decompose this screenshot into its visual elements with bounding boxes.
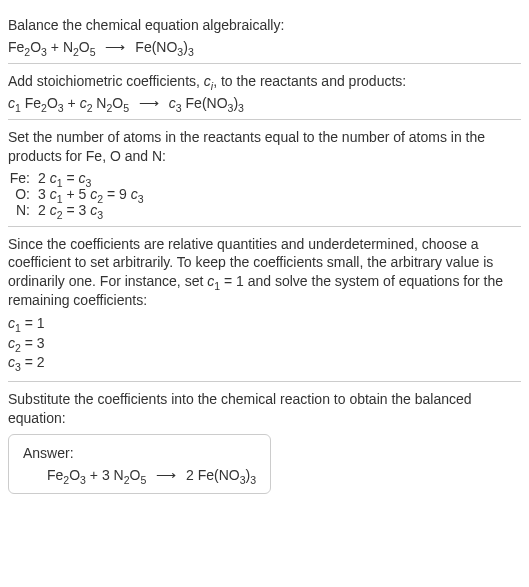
atom-row-o: O: 3 c1 + 5 c2 = 9 c3 — [8, 186, 521, 202]
coefficient-c3: c3 = 2 — [8, 353, 521, 373]
atom-equation: 2 c2 = 3 c3 — [38, 202, 103, 218]
atom-equations-table: Fe: 2 c1 = c3 O: 3 c1 + 5 c2 = 9 c3 N: 2… — [8, 170, 521, 218]
step-5: Substitute the coefficients into the che… — [8, 382, 521, 502]
atom-equation: 2 c1 = c3 — [38, 170, 91, 186]
atom-equation: 3 c1 + 5 c2 = 9 c3 — [38, 186, 144, 202]
step-5-text: Substitute the coefficients into the che… — [8, 390, 521, 428]
coefficient-c1: c1 = 1 — [8, 314, 521, 334]
answer-label: Answer: — [23, 445, 256, 461]
coefficient-c2: c2 = 3 — [8, 334, 521, 354]
atom-label: O: — [8, 186, 38, 202]
step-3-text: Set the number of atoms in the reactants… — [8, 128, 521, 166]
answer-box: Answer: Fe2O3 + 3 N2O5 ⟶ 2 Fe(NO3)3 — [8, 434, 271, 494]
step-1: Balance the chemical equation algebraica… — [8, 8, 521, 64]
atom-row-fe: Fe: 2 c1 = c3 — [8, 170, 521, 186]
step-2-text: Add stoichiometric coefficients, ci, to … — [8, 72, 521, 91]
atom-label: N: — [8, 202, 38, 218]
step-3: Set the number of atoms in the reactants… — [8, 120, 521, 227]
coefficient-list: c1 = 1 c2 = 3 c3 = 2 — [8, 314, 521, 373]
step-2: Add stoichiometric coefficients, ci, to … — [8, 64, 521, 120]
step-2-equation: c1 Fe2O3 + c2 N2O5 ⟶ c3 Fe(NO3)3 — [8, 95, 521, 111]
atom-row-n: N: 2 c2 = 3 c3 — [8, 202, 521, 218]
step-1-equation: Fe2O3 + N2O5 ⟶ Fe(NO3)3 — [8, 39, 521, 55]
step-4-text: Since the coefficients are relative quan… — [8, 235, 521, 311]
step-1-text: Balance the chemical equation algebraica… — [8, 16, 521, 35]
answer-equation: Fe2O3 + 3 N2O5 ⟶ 2 Fe(NO3)3 — [23, 467, 256, 483]
step-4: Since the coefficients are relative quan… — [8, 227, 521, 382]
atom-label: Fe: — [8, 170, 38, 186]
